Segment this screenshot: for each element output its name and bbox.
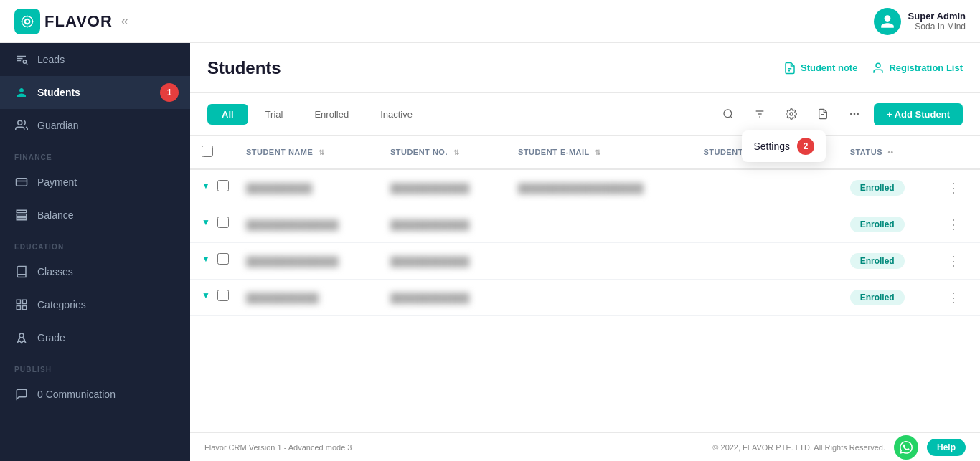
- student-name-4: ███████████: [246, 293, 319, 303]
- status-badge-4: Enrolled: [850, 290, 905, 305]
- footer-right: © 2022, FLAVOR PTE. LTD. All Rights Rese…: [712, 435, 966, 460]
- registration-list-button[interactable]: Registration List: [872, 62, 963, 75]
- sort-no-icon: ⇅: [453, 148, 460, 156]
- sidebar-item-leads[interactable]: Leads: [0, 43, 190, 76]
- tab-trial[interactable]: Trial: [251, 104, 298, 125]
- row-email-2: [507, 206, 692, 243]
- more-options-button[interactable]: [842, 102, 867, 126]
- sidebar-label-payment: Payment: [37, 176, 77, 188]
- row-checkbox-3[interactable]: [217, 253, 229, 265]
- row-contact-3: [692, 243, 838, 280]
- row-no-1: ████████████: [379, 169, 507, 206]
- help-button[interactable]: Help: [927, 439, 966, 456]
- table-row: ▼ ██████████ ████████████ ██████████████…: [190, 169, 980, 206]
- status-badge-3: Enrolled: [850, 253, 905, 269]
- row-checkbox-4[interactable]: [217, 290, 229, 301]
- export-button[interactable]: [811, 102, 835, 126]
- sidebar: Leads Students 1 Guardian F: [0, 43, 190, 461]
- add-student-button[interactable]: + Add Student: [874, 103, 963, 125]
- sidebar-item-payment[interactable]: Payment: [0, 166, 190, 199]
- th-status-label: STATUS: [850, 148, 882, 156]
- svg-point-0: [25, 19, 30, 24]
- search-button[interactable]: [716, 102, 740, 126]
- sidebar-item-classes[interactable]: Classes: [0, 255, 190, 288]
- registration-list-label: Registration List: [889, 62, 963, 73]
- balance-icon: [14, 208, 29, 222]
- students-badge: 1: [160, 83, 179, 102]
- svg-rect-6: [23, 300, 27, 303]
- th-student-email[interactable]: STUDENT E-MAIL ⇅: [507, 136, 692, 169]
- th-student-no[interactable]: STUDENT NO. ⇅: [379, 136, 507, 169]
- row-status-3: Enrolled: [839, 243, 936, 280]
- footer-copyright: © 2022, FLAVOR PTE. LTD. All Rights Rese…: [712, 443, 885, 452]
- row-menu-4[interactable]: ⋮: [947, 290, 960, 305]
- row-status-4: Enrolled: [839, 280, 936, 316]
- row-menu-1[interactable]: ⋮: [947, 181, 960, 195]
- row-menu-3[interactable]: ⋮: [947, 254, 960, 268]
- sidebar-item-guardian[interactable]: Guardian: [0, 109, 190, 142]
- expand-button-2[interactable]: ▼: [202, 217, 210, 227]
- sidebar-item-communication[interactable]: 0 Communication: [0, 378, 190, 411]
- sidebar-item-grade[interactable]: Grade: [0, 321, 190, 354]
- sidebar-item-balance[interactable]: Balance: [0, 199, 190, 232]
- row-name-1: ██████████: [235, 169, 379, 206]
- expand-button-1[interactable]: ▼: [202, 181, 210, 191]
- sidebar-item-students[interactable]: Students 1: [0, 76, 190, 109]
- table-row: ▼ ███████████ ████████████ Enrolled ⋮: [190, 280, 980, 316]
- expand-button-4[interactable]: ▼: [202, 290, 210, 300]
- th-student-email-label: STUDENT E-MAIL: [518, 148, 590, 156]
- th-student-no-label: STUDENT NO.: [390, 148, 448, 156]
- svg-point-3: [18, 120, 22, 125]
- sidebar-item-categories[interactable]: Categories: [0, 288, 190, 321]
- page-title: Students: [207, 58, 281, 78]
- footer-version: Flavor CRM Version 1 - Advanced mode 3: [204, 443, 352, 452]
- row-no-2: ████████████: [379, 206, 507, 243]
- section-publish: PUBLISH: [0, 354, 190, 378]
- select-all-checkbox[interactable]: [202, 146, 213, 157]
- student-no-4: ████████████: [390, 293, 470, 303]
- navbar: FLAVOR « Super Admin Soda In Mind: [0, 0, 980, 43]
- content-area: Students Student note Re: [190, 43, 980, 461]
- students-icon: [14, 85, 29, 100]
- classes-icon: [14, 265, 29, 279]
- row-checkbox-1[interactable]: [217, 180, 229, 191]
- svg-point-13: [724, 110, 732, 118]
- row-contact-1: [692, 169, 838, 206]
- settings-button[interactable]: [779, 102, 804, 126]
- row-menu-2[interactable]: ⋮: [947, 217, 960, 232]
- svg-point-20: [854, 113, 856, 115]
- communication-icon: [14, 387, 29, 401]
- student-no-1: ████████████: [390, 183, 470, 194]
- svg-point-2: [23, 60, 27, 64]
- table-header-row: STUDENT NAME ⇅ STUDENT NO. ⇅ STUDENT E-M…: [190, 136, 980, 169]
- student-email-1: ███████████████████: [518, 183, 644, 194]
- student-no-3: ████████████: [390, 256, 470, 267]
- whatsapp-button[interactable]: [894, 435, 918, 460]
- user-name: Super Admin: [908, 11, 966, 22]
- th-student-name[interactable]: STUDENT NAME ⇅: [235, 136, 379, 169]
- logo-icon: [14, 9, 40, 34]
- row-email-1: ███████████████████: [507, 169, 692, 206]
- tab-all[interactable]: All: [207, 104, 248, 125]
- th-student-name-label: STUDENT NAME: [246, 148, 313, 156]
- row-expand-check-3: ▼: [190, 243, 235, 275]
- row-checkbox-2[interactable]: [217, 217, 229, 228]
- leads-icon: [14, 52, 29, 67]
- sidebar-label-balance: Balance: [37, 209, 74, 221]
- sidebar-label-communication: 0 Communication: [37, 389, 116, 400]
- filter-button[interactable]: [748, 102, 772, 126]
- collapse-button[interactable]: «: [121, 14, 128, 29]
- expand-button-3[interactable]: ▼: [202, 254, 210, 264]
- row-status-2: Enrolled: [839, 206, 936, 243]
- sidebar-label-classes: Classes: [37, 266, 73, 277]
- tab-inactive[interactable]: Inactive: [366, 104, 427, 125]
- row-contact-2: [692, 206, 838, 243]
- footer: Flavor CRM Version 1 - Advanced mode 3 ©…: [190, 432, 980, 461]
- student-note-label: Student note: [801, 62, 857, 73]
- row-expand-check-1: ▼: [190, 170, 235, 201]
- row-no-4: ████████████: [379, 280, 507, 316]
- svg-point-19: [850, 113, 852, 115]
- tab-enrolled[interactable]: Enrolled: [300, 104, 363, 125]
- student-note-button[interactable]: Student note: [783, 62, 857, 75]
- settings-popup: Settings 2: [742, 130, 826, 162]
